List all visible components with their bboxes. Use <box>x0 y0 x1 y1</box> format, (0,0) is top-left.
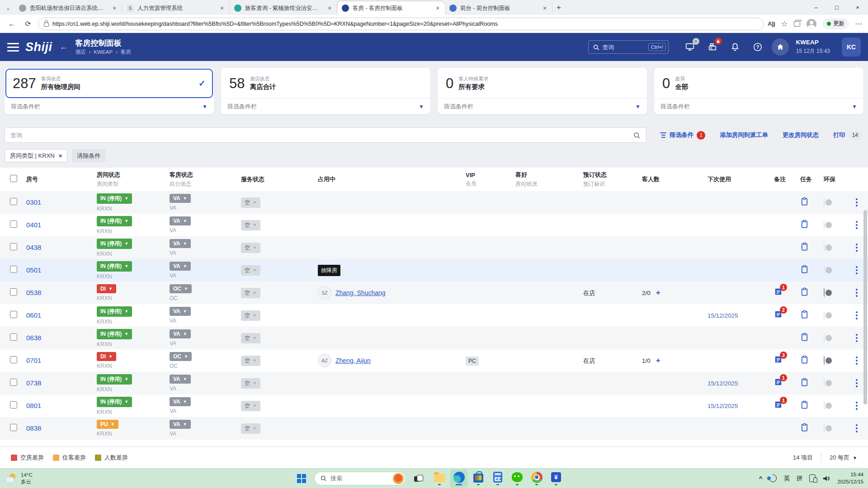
phone-link-icon[interactable] <box>809 474 816 482</box>
service-status-badge[interactable]: 空▼ <box>241 333 260 343</box>
taskbar-weather[interactable]: 14°C多云 <box>0 472 33 485</box>
stat-card-3[interactable]: 0客人特殊要求所有要求筛选条件栏▼ <box>438 68 647 114</box>
room-number-link[interactable]: 0838 <box>26 424 41 432</box>
service-status-badge[interactable]: 空▼ <box>241 220 260 230</box>
stat-card-top[interactable]: 0差异全部 <box>655 69 863 98</box>
room-status-badge[interactable]: PU▼ <box>97 420 118 429</box>
stat-card-2[interactable]: 58酒店状态离店合计筛选条件栏▼ <box>221 68 430 114</box>
room-status-badge[interactable]: DI▼ <box>97 284 116 293</box>
room-number-link[interactable]: 0601 <box>26 311 41 319</box>
workstation-icon[interactable]: × <box>684 41 696 53</box>
stat-card-4[interactable]: 0差异全部筛选条件栏▼ <box>654 68 863 114</box>
favorite-star-icon[interactable]: ☆ <box>781 19 788 28</box>
taskbar-app-store-icon[interactable] <box>470 469 487 488</box>
scrollbar-thumb[interactable] <box>863 210 867 404</box>
room-number-link[interactable]: 0401 <box>26 221 41 229</box>
taskbar-search[interactable] <box>314 472 406 485</box>
select-all-checkbox[interactable] <box>10 175 17 182</box>
row-menu-kebab-icon[interactable] <box>852 334 861 342</box>
page-size-select[interactable]: 20 每页▼ <box>830 454 857 462</box>
room-status-badge[interactable]: DI▼ <box>97 352 116 361</box>
card-filter-dropdown[interactable]: 筛选条件栏▼ <box>221 98 430 114</box>
eco-toggle[interactable] <box>824 198 825 206</box>
taskbar-search-input[interactable] <box>330 475 389 482</box>
room-number-link[interactable]: 0538 <box>26 289 41 296</box>
hamburger-menu-icon[interactable] <box>7 43 19 52</box>
eco-toggle[interactable] <box>824 333 825 342</box>
row-menu-kebab-icon[interactable] <box>852 357 861 365</box>
front-office-status-badge[interactable]: VA▼ <box>170 262 191 271</box>
front-office-status-badge[interactable]: VA▼ <box>170 397 191 406</box>
front-office-status-badge[interactable]: VA▼ <box>170 216 191 225</box>
row-checkbox[interactable] <box>10 288 17 296</box>
breadcrumb-module[interactable]: 客房 <box>121 49 131 55</box>
row-checkbox[interactable] <box>10 221 17 228</box>
tasks-clipboard-button[interactable] <box>800 400 809 409</box>
ime-input-label[interactable]: 拼 <box>797 474 803 483</box>
browser-update-button[interactable]: 更新 <box>823 18 849 29</box>
reload-button[interactable]: ⟳ <box>22 18 34 30</box>
room-number-link[interactable]: 0301 <box>26 198 41 206</box>
global-search[interactable]: Ctrl+/ <box>588 40 669 54</box>
notifications-bell-icon[interactable] <box>729 41 741 53</box>
address-bar[interactable]: https://cn1.web.ep.shiji.world/housekeep… <box>38 18 764 30</box>
front-office-status-badge[interactable]: VA▼ <box>170 420 191 429</box>
stat-card-top[interactable]: 0客人特殊要求所有要求 <box>439 69 646 98</box>
clear-filters-button[interactable]: 清除条件 <box>72 149 105 162</box>
chip-close-icon[interactable]: × <box>59 152 62 159</box>
help-icon[interactable]: ? <box>752 41 764 53</box>
action-3-button[interactable]: 更改房间状态 <box>783 131 819 139</box>
tab-search-chevron-icon[interactable]: ⌄ <box>2 1 14 14</box>
room-status-badge[interactable]: IN (停用)▼ <box>97 216 132 226</box>
room-number-link[interactable]: 0701 <box>26 357 41 364</box>
eco-toggle[interactable] <box>824 311 825 319</box>
task-view-button[interactable] <box>410 469 427 488</box>
row-menu-kebab-icon[interactable] <box>852 289 861 297</box>
room-number-link[interactable]: 0638 <box>26 334 41 342</box>
tab-close-icon[interactable]: × <box>218 5 226 12</box>
service-status-badge[interactable]: 空▼ <box>241 243 260 253</box>
service-status-badge[interactable]: 空▼ <box>241 401 260 411</box>
service-status-badge[interactable]: 空▼ <box>241 310 260 321</box>
taskbar-app-wechat-icon[interactable] <box>509 469 526 488</box>
user-avatar[interactable]: KC <box>842 38 861 56</box>
add-guest-button[interactable]: + <box>656 356 660 365</box>
stat-card-top[interactable]: 58酒店状态离店合计 <box>222 69 429 98</box>
card-filter-dropdown[interactable]: 筛选条件栏▼ <box>654 98 863 114</box>
card-filter-dropdown[interactable]: 筛选条件栏▼ <box>5 98 214 114</box>
eco-toggle[interactable] <box>824 424 825 432</box>
tray-chevron-up-icon[interactable]: ^ <box>759 475 763 482</box>
service-status-badge[interactable]: 空▼ <box>241 423 260 434</box>
volume-icon[interactable] <box>822 475 830 482</box>
tasks-clipboard-button[interactable] <box>800 378 809 387</box>
back-button[interactable]: ← <box>5 18 18 30</box>
service-status-badge[interactable]: 空▼ <box>241 288 260 298</box>
notes-button[interactable]: 2 <box>774 310 783 319</box>
start-button[interactable] <box>293 469 310 488</box>
eco-toggle[interactable] <box>824 221 825 229</box>
window-minimize-button[interactable]: – <box>806 0 826 15</box>
row-menu-kebab-icon[interactable] <box>852 266 861 274</box>
eco-toggle[interactable] <box>824 356 825 365</box>
row-checkbox[interactable] <box>10 356 17 363</box>
window-maximize-button[interactable]: □ <box>826 0 847 15</box>
front-office-status-badge[interactable]: OC▼ <box>170 352 192 361</box>
breadcrumb-property[interactable]: KWEAP <box>94 49 113 55</box>
front-office-status-badge[interactable]: VA▼ <box>170 239 191 248</box>
row-menu-kebab-icon[interactable] <box>852 221 861 229</box>
eco-toggle[interactable] <box>824 288 825 297</box>
table-search-input[interactable] <box>10 132 633 139</box>
room-number-link[interactable]: 0438 <box>26 244 41 251</box>
row-checkbox[interactable] <box>10 243 17 250</box>
tab-close-icon[interactable]: × <box>111 5 118 12</box>
front-office-status-badge[interactable]: VA▼ <box>170 194 191 203</box>
stat-card-1[interactable]: 287客房状态所有物理房间✓筛选条件栏▼ <box>5 68 214 114</box>
tasks-clipboard-button[interactable] <box>800 265 809 274</box>
row-menu-kebab-icon[interactable] <box>852 198 861 206</box>
action-2-button[interactable]: 添加房间到派工单 <box>720 131 768 139</box>
tasks-clipboard-button[interactable] <box>800 287 809 296</box>
row-menu-kebab-icon[interactable] <box>852 379 861 387</box>
window-close-button[interactable]: × <box>847 0 868 15</box>
room-number-link[interactable]: 0738 <box>26 379 41 387</box>
tasks-clipboard-button[interactable] <box>800 355 809 364</box>
